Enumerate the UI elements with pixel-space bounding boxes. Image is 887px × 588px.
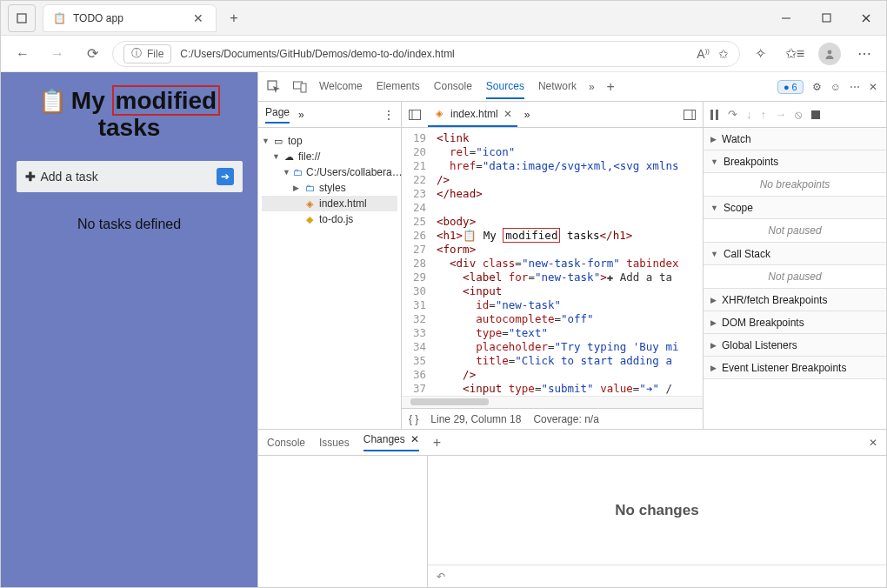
pane-scope[interactable]: ▼Scope (704, 197, 886, 219)
tab-network[interactable]: Network (538, 75, 577, 99)
profile-button[interactable] (815, 39, 844, 69)
settings-icon[interactable]: ⚙ (812, 81, 822, 93)
folder-icon: 🗀 (293, 167, 303, 177)
close-editor-tab[interactable]: ✕ (504, 108, 512, 120)
svg-rect-15 (811, 110, 820, 119)
changes-tree (258, 456, 428, 587)
close-tab-button[interactable]: ✕ (190, 11, 207, 25)
url-input[interactable]: ⓘ File C:/Users/Documents/GitHub/Demos/d… (112, 41, 740, 67)
devtools-toolbar: Welcome Elements Console Sources Network… (258, 72, 886, 102)
close-drawer-button[interactable]: ✕ (869, 437, 877, 449)
cursor-position: Line 29, Column 18 (430, 413, 521, 425)
submit-button[interactable]: ➔ (217, 168, 234, 185)
cloud-icon: ☁ (283, 151, 295, 163)
svg-rect-13 (710, 110, 713, 120)
tab-welcome[interactable]: Welcome (319, 75, 363, 99)
show-navigator-icon[interactable] (409, 110, 421, 120)
back-button[interactable]: ← (8, 39, 37, 69)
favorite-icon[interactable]: ✩ (718, 47, 729, 61)
pause-button[interactable] (710, 110, 719, 120)
more-tabs-button[interactable]: » (589, 81, 595, 93)
horizontal-scrollbar[interactable] (402, 396, 703, 408)
close-devtools-button[interactable]: ✕ (869, 81, 877, 93)
maximize-button[interactable] (806, 1, 846, 36)
more-options-icon[interactable]: ⋯ (850, 81, 860, 93)
tree-origin[interactable]: ▼☁file:// (262, 149, 397, 164)
new-tab-devtools-button[interactable]: + (607, 79, 615, 95)
tab-elements[interactable]: Elements (377, 75, 420, 99)
tab-actions-button[interactable] (8, 4, 36, 32)
debugger-toolbar: ↷ ↓ ↑ → ⦸ (704, 102, 886, 128)
line-gutter: 1920212223242526272829303132333435363738… (402, 128, 431, 396)
drawer-add-tab[interactable]: + (433, 435, 441, 451)
issues-badge[interactable]: ● 6 (777, 80, 804, 94)
svg-rect-2 (823, 14, 830, 22)
scope-not-paused: Not paused (704, 219, 886, 243)
code-editor[interactable]: 1920212223242526272829303132333435363738… (402, 128, 703, 396)
add-task-input[interactable]: ✚Add a task ➔ (17, 161, 243, 192)
folder-icon: 🗀 (303, 183, 316, 193)
browser-tab[interactable]: 📋 TODO app ✕ (43, 4, 217, 32)
editor-status-bar: { } Line 29, Column 18 Coverage: n/a (402, 408, 703, 429)
nav-more-icon[interactable]: ⋮ (383, 109, 394, 121)
more-editor-tabs[interactable]: » (524, 109, 530, 121)
page-title: 📋My modified tasks (38, 88, 220, 142)
svg-rect-9 (410, 110, 421, 119)
pane-dom[interactable]: ▶DOM Breakpoints (704, 311, 886, 334)
inspect-element-icon[interactable] (267, 80, 281, 94)
extensions-button[interactable]: ✧ (745, 39, 775, 69)
hide-debugger-icon[interactable] (684, 110, 696, 120)
content-area: 📋My modified tasks ✚Add a task ➔ No task… (1, 72, 886, 587)
window-controls (766, 1, 886, 36)
feedback-icon[interactable]: ☺ (830, 81, 841, 93)
no-changes-text: No changes (428, 456, 886, 565)
favorites-button[interactable]: ✩≡ (780, 39, 810, 69)
close-drawer-tab[interactable]: ✕ (410, 433, 419, 445)
tab-sources[interactable]: Sources (486, 75, 524, 99)
pane-callstack[interactable]: ▼Call Stack (704, 243, 886, 265)
tree-top[interactable]: ▼▭top (262, 133, 397, 149)
site-info-pill[interactable]: ⓘ File (123, 44, 171, 63)
tab-console[interactable]: Console (434, 75, 472, 99)
more-nav-tabs[interactable]: » (298, 109, 304, 121)
no-tasks-text: No tasks defined (77, 217, 181, 232)
pane-breakpoints[interactable]: ▼Breakpoints (704, 150, 886, 173)
device-toolbar-icon[interactable] (293, 81, 307, 93)
tab-page[interactable]: Page (265, 106, 290, 124)
editor-tabs: ◈ index.html ✕ » (402, 102, 703, 128)
url-text: C:/Users/Documents/GitHub/Demos/demo-to-… (180, 48, 454, 60)
step-icon[interactable]: → (775, 108, 786, 121)
debugger-sidebar: ↷ ↓ ↑ → ⦸ ▶Watch ▼Breakpoints No breakpo… (704, 102, 886, 429)
step-into-icon[interactable]: ↓ (746, 108, 752, 121)
refresh-button[interactable]: ⟳ (77, 39, 107, 69)
more-button[interactable]: ⋯ (850, 39, 879, 69)
pane-global[interactable]: ▶Global Listeners (704, 334, 886, 357)
pane-xhr[interactable]: ▶XHR/fetch Breakpoints (704, 289, 886, 311)
pane-event-listeners[interactable]: ▶Event Listener Breakpoints (704, 357, 886, 379)
browser-window: 📋 TODO app ✕ + ← → ⟳ ⓘ File C:/Users/Doc… (0, 0, 887, 588)
undo-icon[interactable]: ↶ (437, 571, 445, 583)
step-over-icon[interactable]: ↷ (728, 108, 737, 121)
drawer-tab-console[interactable]: Console (267, 437, 305, 449)
tree-file-js[interactable]: ◆to-do.js (262, 211, 397, 227)
tree-file-index[interactable]: ◈index.html (262, 196, 397, 211)
reader-icon[interactable]: A)) (697, 47, 710, 61)
minimize-button[interactable] (766, 1, 806, 36)
pane-watch[interactable]: ▶Watch (704, 128, 886, 150)
file-tree: ▼▭top ▼☁file:// ▼🗀C:/Users/collabera… ▶🗀… (258, 128, 401, 232)
step-out-icon[interactable]: ↑ (761, 108, 767, 121)
tree-folder[interactable]: ▼🗀C:/Users/collabera… (262, 164, 397, 180)
avatar-icon (818, 43, 841, 65)
new-tab-button[interactable]: + (222, 6, 246, 30)
pause-exceptions-icon[interactable] (810, 110, 821, 120)
drawer-tab-changes[interactable]: Changes✕ (363, 433, 419, 451)
deactivate-bp-icon[interactable]: ⦸ (795, 108, 802, 122)
editor-tab-index[interactable]: ◈ index.html ✕ (428, 102, 517, 127)
callstack-not-paused: Not paused (704, 265, 886, 289)
drawer-tab-issues[interactable]: Issues (319, 437, 350, 449)
braces-icon[interactable]: { } (409, 413, 418, 425)
navigator-header: Page » ⋮ (258, 102, 401, 128)
tree-styles-folder[interactable]: ▶🗀styles (262, 180, 397, 196)
close-window-button[interactable] (846, 1, 886, 36)
editor-pane: ◈ index.html ✕ » 19202122232425262728293… (402, 102, 704, 429)
